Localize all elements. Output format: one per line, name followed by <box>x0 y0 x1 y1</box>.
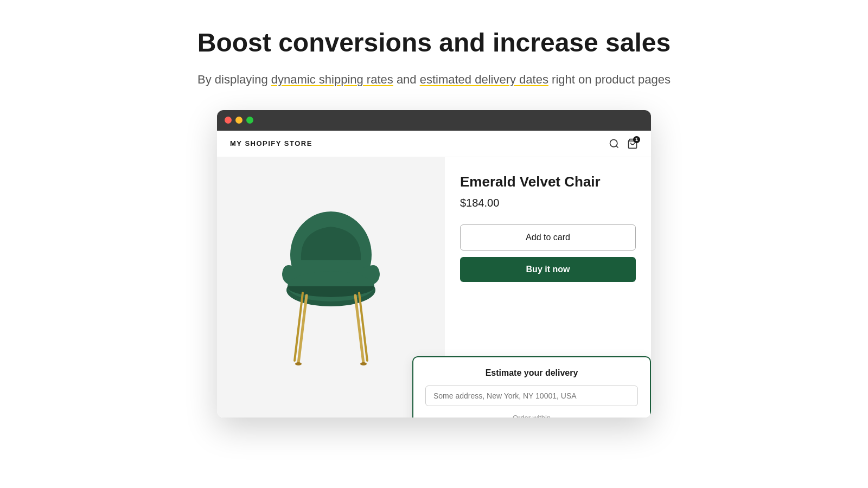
svg-line-6 <box>298 296 307 363</box>
order-within-label: Order within <box>425 414 638 417</box>
svg-point-0 <box>610 139 617 146</box>
delivery-title: Estimate your delivery <box>425 368 638 378</box>
subtitle-link-delivery: estimated delivery dates <box>420 73 548 86</box>
search-icon[interactable] <box>609 138 620 149</box>
delivery-estimate-box: Estimate your delivery Order within 7h 4… <box>412 356 651 417</box>
traffic-light-red[interactable] <box>225 117 232 124</box>
product-area: Emerald Velvet Chair $184.00 Add to card… <box>217 157 651 418</box>
cart-badge: 1 <box>633 136 640 143</box>
delivery-address-input[interactable] <box>425 386 638 406</box>
subtitle-link-shipping: dynamic shipping rates <box>271 73 393 86</box>
browser-titlebar <box>217 110 651 131</box>
traffic-light-green[interactable] <box>246 117 253 124</box>
svg-point-10 <box>295 362 302 365</box>
store-logo: MY SHOPIFY STORE <box>230 139 312 147</box>
product-image <box>260 195 401 380</box>
svg-line-1 <box>616 145 618 147</box>
subtitle-before: By displaying <box>197 73 271 86</box>
subtitle-middle: and <box>393 73 420 86</box>
svg-line-7 <box>355 296 363 363</box>
page-subtitle: By displaying dynamic shipping rates and… <box>197 70 671 88</box>
buy-now-button[interactable]: Buy it now <box>460 257 636 282</box>
subtitle-after: right on product pages <box>548 73 671 86</box>
svg-point-11 <box>360 362 367 365</box>
nav-icons: 1 <box>609 138 638 149</box>
traffic-light-yellow[interactable] <box>235 117 242 124</box>
store-nav: MY SHOPIFY STORE 1 <box>217 131 651 157</box>
browser-window: MY SHOPIFY STORE 1 <box>217 110 651 418</box>
page-title: Boost conversions and increase sales <box>197 27 671 59</box>
add-to-cart-button[interactable]: Add to card <box>460 224 636 251</box>
product-image-area <box>217 157 445 418</box>
cart-icon[interactable]: 1 <box>627 138 638 149</box>
product-price: $184.00 <box>460 197 636 209</box>
product-details: Emerald Velvet Chair $184.00 Add to card… <box>445 157 651 418</box>
product-name: Emerald Velvet Chair <box>460 174 636 190</box>
